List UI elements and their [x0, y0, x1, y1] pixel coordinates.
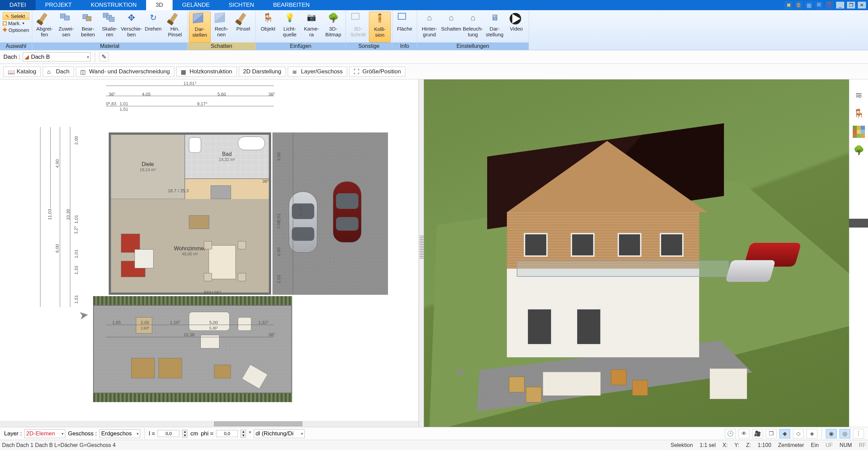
- status-y: Y:: [734, 442, 739, 448]
- dach-combo[interactable]: ◢Dach B ▾: [23, 52, 91, 61]
- window-restore[interactable]: ❐: [847, 2, 855, 8]
- video-button[interactable]: Video: [506, 12, 527, 42]
- phi-label: phi =: [201, 430, 213, 437]
- darstellung-button[interactable]: 🖥Dar- stellung: [484, 12, 506, 42]
- pencil-icon: ✎: [102, 53, 106, 60]
- bearbeiten-button[interactable]: Bear- beiten: [77, 12, 99, 42]
- mark-label: Mark.: [8, 20, 21, 26]
- compass-icon: ➤: [78, 307, 89, 322]
- rechnen-button[interactable]: Rech- nen: [211, 12, 232, 42]
- dach-button[interactable]: ⌂Dach: [43, 67, 74, 77]
- phi-input[interactable]: [216, 430, 238, 437]
- pinsel-button[interactable]: Pinsel: [232, 12, 254, 42]
- skalieren-button[interactable]: Skalie- ren: [99, 12, 121, 42]
- window-close[interactable]: ✕: [858, 2, 866, 8]
- side-tree-icon[interactable]: 🌳: [853, 144, 865, 156]
- car-silver: [725, 260, 776, 282]
- side-chair-icon[interactable]: 🪑: [853, 107, 865, 120]
- l-label: l =: [149, 430, 155, 437]
- side-layers-icon[interactable]: ≋: [853, 89, 865, 101]
- menu-tab-datei[interactable]: DATEI: [0, 0, 36, 10]
- l-spin[interactable]: ▲▼: [182, 430, 188, 438]
- pb-cam-icon[interactable]: 🎥: [752, 429, 763, 438]
- optionen-button[interactable]: ✚Optionen: [3, 27, 29, 33]
- bitmap-button[interactable]: 🌳3D- Bitmap: [322, 12, 344, 42]
- side-swatch-icon[interactable]: [853, 126, 865, 138]
- zuweisen-button[interactable]: Zuwei- sen: [55, 12, 77, 42]
- lichtquelle-button[interactable]: 💡Licht- quelle: [279, 12, 301, 42]
- pb-more-icon[interactable]: ⋮: [853, 429, 864, 438]
- menu-tab-konstruktion[interactable]: KONSTRUKTION: [81, 0, 146, 10]
- compass-3d-icon: ➤: [454, 364, 466, 380]
- window-minimize[interactable]: _: [836, 2, 844, 8]
- dl-combo[interactable]: dl (Richtung/Di▾: [254, 429, 305, 438]
- 3d-view[interactable]: ➤: [424, 79, 849, 427]
- geschoss-combo[interactable]: Erdgeschos▾: [100, 429, 140, 438]
- beleuchtung-button[interactable]: ⌂Beleuch- tung: [462, 12, 484, 42]
- edit-button[interactable]: ✎: [99, 53, 109, 61]
- abgreifen-button[interactable]: Abgrei- fen: [34, 12, 55, 42]
- tool-icon-3[interactable]: ▦: [805, 1, 813, 9]
- room-bad: Bad: [222, 151, 232, 157]
- tool-icon-2[interactable]: 🗑: [795, 1, 803, 9]
- holz-button[interactable]: ▦Holzkonstruktion: [176, 67, 237, 77]
- mark-button[interactable]: Mark.▾: [3, 20, 29, 26]
- pb-eye-icon[interactable]: 👁: [739, 429, 749, 438]
- schatten-button[interactable]: ⌂Schatten: [440, 12, 462, 42]
- status-selektion: Selektion: [671, 442, 693, 448]
- pb-circle2-icon[interactable]: ◎: [839, 429, 850, 438]
- status-ein: Ein: [811, 442, 819, 448]
- layer-button[interactable]: ≋Layer/Geschoss: [288, 67, 347, 77]
- layer-combo[interactable]: 2D-Elemen▾: [24, 429, 65, 438]
- group-schatten-label: Schatten: [188, 42, 255, 50]
- plan-view[interactable]: 11,01⁵ 36⁵ 4,05 5,60 36⁵ 9,17⁵ 0⁶,83 1,0…: [0, 79, 419, 427]
- kollision-button[interactable]: 🧍Kolli- sion: [369, 12, 391, 42]
- menu-tab-bearbeiten[interactable]: BEARBEITEN: [264, 0, 319, 10]
- book-icon: 📖: [8, 69, 15, 75]
- phi-spin[interactable]: ▲▼: [241, 430, 246, 438]
- status-rf: RF: [859, 442, 866, 448]
- hin-pinsel-button[interactable]: Hin. Pinsel: [164, 12, 186, 42]
- menu-tab-sichten[interactable]: SICHTEN: [219, 0, 264, 10]
- flaeche-button[interactable]: Fläche: [394, 12, 415, 42]
- layers-icon: ≋: [292, 69, 299, 75]
- status-x: X:: [723, 442, 728, 448]
- view-divider[interactable]: [419, 79, 424, 427]
- pb-mode2-icon[interactable]: ◇: [793, 429, 804, 438]
- darstellen-button[interactable]: Dar- stellen: [189, 12, 211, 42]
- tool-icon-4[interactable]: 🛠: [815, 1, 823, 9]
- drehen-button[interactable]: ↻Drehen: [142, 12, 164, 42]
- menu-tab-projekt[interactable]: PROJEKT: [36, 0, 81, 10]
- pb-mode3-icon[interactable]: ◈: [807, 429, 817, 438]
- side-toolbar: ≋ 🪑 🌳: [849, 79, 868, 427]
- groesse-button[interactable]: ⛶Größe/Position: [349, 67, 405, 77]
- size-icon: ⛶: [354, 69, 360, 75]
- group-material-label: Material: [32, 42, 187, 50]
- objekt-button[interactable]: 🪑Objekt: [257, 12, 279, 42]
- darstellung2d-button[interactable]: 2D Darstellung: [239, 67, 286, 77]
- pb-clock-icon[interactable]: 🕒: [725, 429, 736, 438]
- status-uf: UF: [826, 442, 833, 448]
- l-input[interactable]: [158, 430, 179, 437]
- horizontal-scrollbar[interactable]: [0, 421, 419, 427]
- kamera-button[interactable]: 📷Kame- ra: [301, 12, 322, 42]
- pb-circle1-icon[interactable]: ◉: [826, 429, 837, 438]
- group-einfuegen-label: Einfügen: [256, 42, 346, 50]
- menu-tab-gelaende[interactable]: GELÄNDE: [173, 0, 219, 10]
- katalog-button[interactable]: 📖Katalog: [3, 67, 41, 77]
- geschoss-label: Geschoss :: [68, 430, 97, 437]
- roof-icon: ◢: [24, 53, 29, 60]
- menu-tab-3d[interactable]: 3D: [146, 0, 173, 10]
- wand-button[interactable]: ◫Wand- und Dachverschneidung: [76, 67, 174, 77]
- pb-copy-icon[interactable]: ❐: [766, 429, 777, 438]
- help-icon[interactable]: ❓: [825, 1, 833, 9]
- side-panel-handle[interactable]: [849, 219, 868, 228]
- pb-mode1-icon[interactable]: ◆: [779, 429, 790, 438]
- schnitt-button[interactable]: 3D- Schnitt: [347, 12, 369, 42]
- tool-icon-1[interactable]: ✖: [784, 1, 793, 9]
- dach-label: Dach :: [3, 54, 20, 60]
- wood-icon: ▦: [181, 69, 188, 75]
- select-button[interactable]: ⬉Selekt: [3, 12, 29, 20]
- hintergrund-button[interactable]: ⌂Hinter- grund: [419, 12, 440, 42]
- verschieben-button[interactable]: ✥Verschie- ben: [121, 12, 142, 42]
